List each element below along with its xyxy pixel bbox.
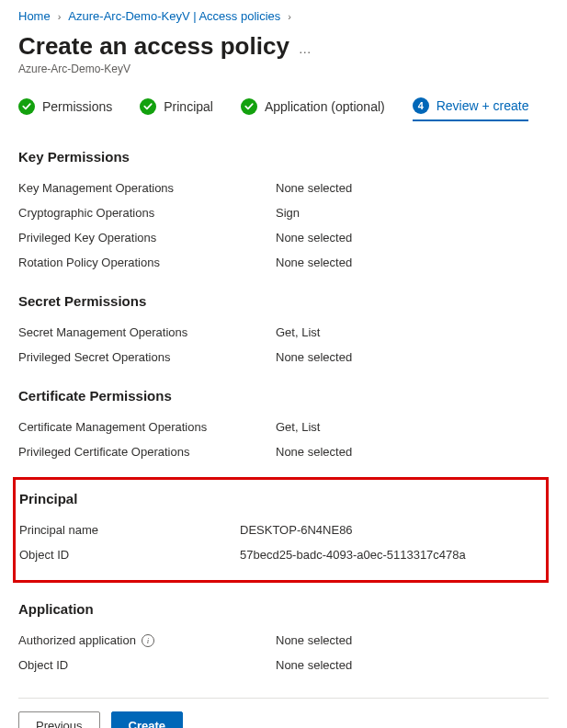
step-permissions[interactable]: Permissions	[18, 97, 112, 121]
summary-row: Privileged Secret Operations None select…	[18, 345, 549, 370]
row-value: Get, List	[276, 420, 320, 434]
summary-row: Principal name DESKTOP-6N4NE86	[19, 518, 537, 542]
breadcrumb-home[interactable]: Home	[18, 9, 51, 23]
step-review-create[interactable]: 4 Review + create	[413, 97, 529, 121]
page-title: Create an access policy	[18, 32, 289, 61]
chevron-right-icon: ›	[58, 11, 62, 22]
section-heading-principal: Principal	[19, 491, 537, 506]
summary-row: Authorized application i None selected	[18, 628, 549, 653]
step-application[interactable]: Application (optional)	[241, 97, 385, 121]
more-actions-button[interactable]: …	[299, 36, 312, 56]
step-principal[interactable]: Principal	[140, 97, 213, 121]
check-icon	[18, 98, 35, 115]
step-label: Principal	[164, 99, 213, 114]
section-heading-application: Application	[18, 601, 549, 617]
wizard-footer: Previous Create	[18, 698, 549, 728]
row-value: Get, List	[276, 325, 320, 339]
section-heading-secret-permissions: Secret Permissions	[18, 293, 549, 309]
step-label: Review + create	[437, 98, 529, 113]
breadcrumb: Home › Azure-Arc-Demo-KeyV | Access poli…	[18, 6, 549, 28]
row-value: None selected	[276, 658, 352, 672]
summary-row: Rotation Policy Operations None selected	[18, 250, 549, 275]
row-label: Privileged Certificate Operations	[18, 445, 276, 459]
row-label: Cryptographic Operations	[18, 206, 276, 220]
row-label: Authorized application i	[18, 633, 276, 647]
summary-row: Object ID 57becd25-badc-4093-a0ec-511331…	[19, 542, 537, 567]
summary-row: Object ID None selected	[18, 653, 549, 677]
check-icon	[140, 98, 156, 115]
chevron-right-icon: ›	[288, 11, 291, 22]
row-label: Object ID	[19, 548, 240, 562]
step-label: Permissions	[42, 99, 112, 114]
row-label: Principal name	[19, 523, 240, 537]
row-value: None selected	[276, 256, 352, 269]
section-heading-certificate-permissions: Certificate Permissions	[18, 388, 549, 404]
row-label: Secret Management Operations	[18, 325, 276, 339]
breadcrumb-resource[interactable]: Azure-Arc-Demo-KeyV | Access policies	[68, 9, 280, 23]
row-label: Privileged Key Operations	[18, 231, 276, 245]
row-value: None selected	[276, 231, 352, 245]
row-label: Object ID	[18, 658, 276, 672]
row-label: Certificate Management Operations	[18, 420, 276, 434]
summary-row: Privileged Certificate Operations None s…	[18, 439, 549, 464]
row-value: None selected	[276, 350, 352, 364]
row-value: None selected	[276, 181, 352, 195]
info-icon[interactable]: i	[142, 634, 154, 647]
page-subtitle: Azure-Arc-Demo-KeyV	[18, 63, 549, 75]
row-label-text: Authorized application	[18, 633, 136, 647]
summary-row: Key Management Operations None selected	[18, 176, 549, 200]
row-value: Sign	[276, 206, 300, 220]
highlighted-principal-section: Principal Principal name DESKTOP-6N4NE86…	[13, 477, 549, 583]
step-label: Application (optional)	[265, 99, 385, 114]
row-value: None selected	[276, 633, 352, 647]
step-number-badge: 4	[413, 97, 429, 114]
section-heading-key-permissions: Key Permissions	[18, 149, 549, 165]
summary-row: Cryptographic Operations Sign	[18, 200, 549, 225]
check-icon	[241, 98, 257, 115]
summary-row: Certificate Management Operations Get, L…	[18, 415, 549, 439]
summary-row: Privileged Key Operations None selected	[18, 225, 549, 250]
row-label: Rotation Policy Operations	[18, 256, 276, 269]
create-button[interactable]: Create	[111, 711, 183, 728]
previous-button[interactable]: Previous	[18, 711, 100, 728]
row-value: None selected	[276, 445, 352, 459]
row-label: Key Management Operations	[18, 181, 276, 195]
summary-row: Secret Management Operations Get, List	[18, 320, 549, 345]
row-label: Privileged Secret Operations	[18, 350, 276, 364]
row-value: 57becd25-badc-4093-a0ec-5113317c478a	[240, 548, 466, 562]
row-value: DESKTOP-6N4NE86	[240, 523, 353, 537]
wizard-steps: Permissions Principal Application (optio…	[18, 97, 549, 121]
